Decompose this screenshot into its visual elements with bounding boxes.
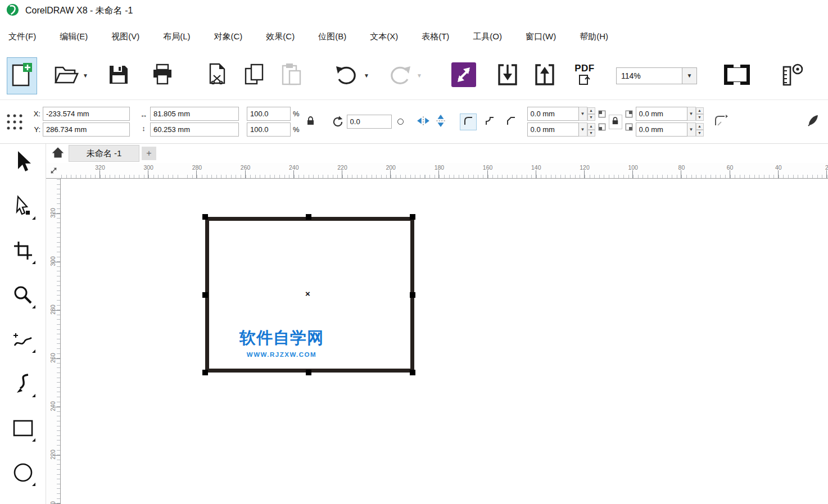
artistic-media-tool[interactable] — [8, 370, 38, 399]
print-button[interactable] — [147, 57, 178, 94]
menu-item-1[interactable]: 文件(F) — [1, 26, 43, 47]
chamfered-corner-button[interactable] — [503, 113, 519, 130]
corner-tr-dropdown-chevron[interactable]: ▼ — [687, 107, 696, 121]
hruler-label: 120 — [580, 164, 590, 171]
drawing-canvas[interactable]: × 软件自学网 WWW.RJZXW.COM — [61, 179, 828, 504]
copy-button[interactable] — [239, 57, 270, 94]
menu-item-7[interactable]: 位图(B) — [311, 26, 354, 47]
vruler-label: 220 — [49, 448, 56, 461]
hruler-label: 160 — [483, 164, 493, 171]
import-button[interactable] — [492, 57, 523, 94]
corner-bl-spinner[interactable]: ▲▼ — [587, 123, 595, 137]
corner-radius-tr-input[interactable] — [636, 107, 687, 121]
object-size-fields — [150, 107, 239, 137]
vertical-ruler[interactable]: 3203002802602402200 — [46, 179, 61, 504]
selection-handle-middle-left[interactable] — [202, 292, 208, 298]
menu-item-11[interactable]: 窗口(W) — [518, 26, 563, 47]
pick-tool[interactable] — [8, 148, 38, 178]
outline-pen-icon — [806, 114, 820, 130]
welcome-screen-button[interactable] — [449, 57, 479, 94]
corner-radius-tl-input[interactable] — [527, 107, 579, 121]
new-tab-button[interactable]: + — [142, 147, 156, 160]
rectangle-tool[interactable] — [8, 415, 38, 444]
save-button[interactable] — [103, 57, 134, 94]
rotation-angle-input[interactable] — [347, 115, 392, 129]
hruler-label: 140 — [531, 164, 541, 171]
edit-corners-together-button[interactable] — [609, 115, 622, 129]
menu-item-2[interactable]: 编辑(E) — [52, 26, 95, 47]
standard-toolbar: ▼ — [0, 52, 828, 100]
corner-radius-right-fields: ▼ ▲▼ ▼ ▲▼ — [636, 107, 704, 137]
scale-h-input[interactable] — [247, 107, 291, 121]
redo-dropdown-chevron: ▼ — [415, 57, 424, 94]
menu-item-5[interactable]: 对象(C) — [207, 26, 250, 47]
paste-button — [277, 57, 307, 94]
corner-radius-bl-input[interactable] — [527, 122, 579, 137]
selection-handle-bottom-left[interactable] — [202, 370, 208, 375]
new-document-button[interactable] — [7, 57, 37, 94]
ruler-origin-corner[interactable] — [46, 163, 61, 178]
document-tab-active[interactable]: 未命名 -1 — [69, 145, 139, 162]
selection-handle-top-left[interactable] — [202, 214, 208, 220]
corner-radius-br-input[interactable] — [636, 122, 687, 137]
menu-item-3[interactable]: 视图(V) — [104, 26, 147, 47]
menu-item-4[interactable]: 布局(L) — [156, 26, 197, 47]
menu-item-10[interactable]: 工具(O) — [465, 26, 509, 47]
ellipse-tool[interactable] — [8, 459, 38, 488]
corner-br-spinner[interactable]: ▲▼ — [696, 123, 704, 137]
y-position-input[interactable] — [43, 122, 130, 137]
corner-tl-dropdown-chevron[interactable]: ▼ — [579, 107, 587, 121]
document-area: 未命名 -1 + 3203002802602402202001801601401… — [46, 144, 828, 504]
selection-handle-middle-right[interactable] — [410, 292, 415, 298]
menu-item-12[interactable]: 帮助(H) — [572, 26, 616, 47]
publish-pdf-button[interactable]: PDF — [567, 57, 603, 94]
crop-tool[interactable] — [8, 237, 38, 266]
object-width-input[interactable] — [150, 107, 239, 121]
round-corner-button[interactable] — [460, 113, 477, 130]
shape-tool[interactable] — [8, 193, 38, 222]
menu-item-8[interactable]: 文本(X) — [363, 26, 405, 47]
save-floppy-icon — [107, 63, 130, 89]
zoom-level-input[interactable] — [616, 67, 682, 84]
corner-tl-spinner[interactable]: ▲▼ — [587, 107, 595, 121]
artistic-media-tool-icon — [12, 373, 34, 397]
freehand-tool-icon — [12, 329, 34, 352]
selection-handle-top-right[interactable] — [410, 214, 415, 220]
undo-button[interactable] — [332, 57, 362, 94]
freehand-tool[interactable] — [8, 326, 38, 355]
relative-corner-scaling-button[interactable] — [713, 115, 729, 129]
scale-v-input[interactable] — [247, 122, 291, 137]
selection-handle-bottom-middle[interactable] — [306, 370, 311, 375]
fullscreen-preview-button[interactable] — [722, 57, 752, 94]
cut-icon — [206, 62, 229, 89]
horizontal-ruler[interactable]: 3203002802602402202001801601401201008060… — [46, 163, 828, 179]
undo-group: ▼ — [332, 57, 371, 94]
outline-pen-button[interactable] — [806, 115, 820, 129]
zoom-level-dropdown-chevron[interactable]: ▼ — [682, 67, 697, 84]
x-label: X: — [31, 110, 40, 118]
open-dropdown-chevron[interactable]: ▼ — [81, 57, 90, 94]
undo-dropdown-chevron[interactable]: ▼ — [362, 57, 371, 94]
selection-handle-top-middle[interactable] — [306, 214, 311, 220]
redo-icon — [387, 63, 412, 88]
lock-ratio-button[interactable] — [304, 115, 318, 129]
hruler-label: 300 — [143, 164, 153, 171]
menu-item-9[interactable]: 表格(T) — [414, 26, 456, 47]
x-position-input[interactable] — [43, 107, 130, 121]
mirror-vertical-button[interactable] — [434, 115, 447, 129]
zoom-tool[interactable] — [8, 281, 38, 311]
corner-tr-spinner[interactable]: ▲▼ — [696, 107, 704, 121]
title-bar: CorelDRAW X8 - 未命名 -1 — [0, 0, 828, 21]
cut-button[interactable] — [202, 57, 233, 94]
scalloped-corner-button[interactable] — [481, 113, 498, 130]
corner-bl-dropdown-chevron[interactable]: ▼ — [579, 122, 587, 137]
home-tab-button[interactable] — [49, 146, 66, 161]
open-button[interactable] — [51, 57, 81, 94]
menu-item-6[interactable]: 效果(C) — [259, 26, 302, 47]
selection-handle-bottom-right[interactable] — [410, 370, 415, 375]
corner-br-dropdown-chevron[interactable]: ▼ — [687, 122, 696, 137]
mirror-horizontal-button[interactable] — [416, 115, 431, 129]
object-height-input[interactable] — [150, 122, 239, 137]
export-button[interactable] — [530, 57, 560, 94]
show-rulers-button[interactable] — [777, 57, 807, 94]
